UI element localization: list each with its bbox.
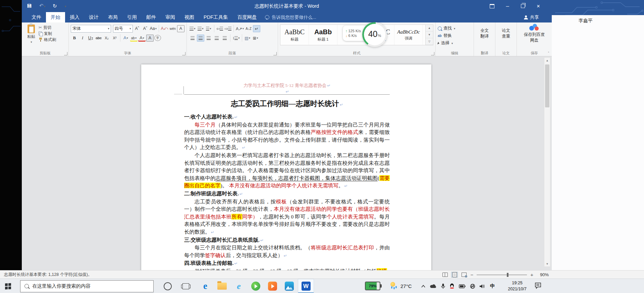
show-hide-marks-button[interactable]: ↵	[253, 25, 260, 32]
taskbar-clock[interactable]: 19:25 2021/10/7	[502, 280, 532, 292]
microphone-icon[interactable]	[441, 284, 445, 289]
bullets-button[interactable]: ▾	[189, 25, 196, 32]
taskbar-qq-video[interactable]	[264, 279, 280, 293]
find-button[interactable]: 查找▾	[438, 25, 472, 32]
cortana-icon[interactable]	[164, 282, 172, 290]
memory-ring-overlay[interactable]: 40 %	[362, 22, 387, 47]
paste-button[interactable]: 粘贴 ▾	[24, 24, 39, 44]
word-count-status[interactable]: 志愿时长统计基本要求: 1,128 个字符(近似值)。	[0, 272, 92, 278]
undo-icon[interactable]: ↶▾	[39, 0, 45, 12]
volume-icon[interactable]	[480, 284, 486, 289]
font-size-combo[interactable]: 四号▾	[113, 25, 133, 33]
close-icon[interactable]: ✕	[531, 0, 546, 12]
taskbar-edge[interactable]: e	[197, 279, 213, 293]
cloud-icon[interactable]	[430, 284, 437, 288]
chevron-up-icon[interactable]	[421, 285, 426, 288]
gallery-more-icon[interactable]: ▽	[426, 38, 433, 45]
zoom-out-icon[interactable]: −	[470, 272, 473, 278]
document-body[interactable]: 一.收个人志愿时长表.↵每三个月（具体时间会在大群里提前通知）要求班里每一位同学…	[184, 113, 390, 273]
redo-icon[interactable]: ↻	[53, 0, 57, 12]
taskbar-file-explorer[interactable]	[214, 279, 230, 293]
numbering-button[interactable]: ▾	[197, 25, 204, 32]
copy-button[interactable]: 复制	[39, 31, 56, 37]
collapse-ribbon-icon[interactable]: ˆ	[548, 52, 549, 55]
tab-引用[interactable]: 引用	[122, 12, 142, 22]
tab-审阅[interactable]: 审阅	[161, 12, 180, 22]
battery-icon[interactable]	[459, 284, 466, 288]
text-effects-button[interactable]: A▾	[122, 35, 129, 42]
tab-设计[interactable]: 设计	[84, 12, 103, 22]
network-globe-icon[interactable]	[470, 284, 475, 289]
style-强调[interactable]: AaBbCcDc强调	[394, 25, 423, 45]
phonetic-guide-button[interactable]: wén	[169, 25, 176, 32]
dialog-launcher-icon[interactable]	[182, 52, 185, 55]
print-layout-icon[interactable]	[451, 272, 458, 277]
page[interactable]: 力学与土木工程学院 5·12 青年志愿者协会↵ ↵ 志工委员工作明细—志愿时长统…	[141, 64, 431, 273]
taskbar-ie[interactable]: e	[231, 279, 247, 293]
clear-formatting-button[interactable]: A⤺	[161, 25, 168, 32]
read-mode-icon[interactable]	[442, 272, 448, 277]
replace-button[interactable]: ab替换	[438, 32, 472, 39]
zoom-slider-thumb[interactable]	[507, 273, 508, 277]
scrollbar-thumb[interactable]	[545, 64, 549, 107]
restore-icon[interactable]	[515, 0, 531, 12]
shrink-font-button[interactable]: Aˇ	[142, 25, 149, 32]
customize-quick-access-icon[interactable]: ▾	[64, 0, 66, 12]
cut-button[interactable]: ✂剪切	[39, 25, 56, 31]
web-layout-icon[interactable]	[461, 272, 467, 277]
dialog-launcher-icon[interactable]	[64, 52, 67, 55]
increase-indent-button[interactable]: ⇨	[224, 25, 231, 32]
gallery-up-icon[interactable]: ▲	[426, 25, 433, 32]
tab-PDF工具集[interactable]: PDF工具集	[199, 12, 233, 22]
tab-文件[interactable]: 文件	[27, 12, 46, 22]
sort-button[interactable]: A↓Z	[245, 25, 252, 32]
taskbar-word[interactable]: W	[298, 279, 314, 293]
save-to-netdisk-button[interactable]: 保存到百度网盘	[519, 24, 550, 43]
align-right-button[interactable]	[205, 35, 212, 42]
highlight-color-button[interactable]: ab▾	[130, 35, 138, 42]
taskbar-gallery[interactable]	[281, 279, 297, 293]
underline-button[interactable]: U▾	[87, 35, 94, 42]
italic-button[interactable]: I	[79, 35, 86, 42]
tab-插入[interactable]: 插入	[65, 12, 84, 22]
scroll-down-icon[interactable]: ▼	[544, 261, 550, 266]
ime-indicator[interactable]: 中	[490, 283, 495, 289]
justify-button[interactable]	[213, 35, 220, 42]
select-button[interactable]: 选择▾	[438, 40, 472, 47]
weather-widget[interactable]: 27°C	[390, 281, 412, 291]
tab-开始[interactable]: 开始	[46, 12, 65, 22]
task-view-icon[interactable]	[182, 283, 189, 289]
notification-center-icon[interactable]	[535, 282, 542, 289]
paper-check-button[interactable]: 论文查重	[497, 24, 515, 43]
zoom-slider[interactable]	[477, 275, 527, 275]
character-border-button[interactable]: A	[177, 25, 184, 32]
tab-百度网盘[interactable]: 百度网盘	[233, 12, 262, 22]
zoom-level[interactable]: 90%	[537, 272, 549, 277]
taskbar-search-input[interactable]: 在这里输入你要搜索的内容	[20, 280, 154, 292]
align-left-button[interactable]	[189, 35, 196, 42]
shading-button[interactable]: ▧▾	[244, 35, 251, 42]
dialog-launcher-icon[interactable]	[273, 52, 277, 55]
superscript-button[interactable]: X²	[111, 35, 118, 42]
qq-icon[interactable]	[449, 283, 454, 289]
asian-layout-button[interactable]: A↗▾	[235, 25, 244, 32]
enclose-characters-button[interactable]: 字	[154, 35, 161, 41]
save-icon[interactable]: 💾︎	[27, 0, 32, 12]
start-button[interactable]	[0, 279, 16, 293]
bold-button[interactable]: B	[71, 35, 78, 42]
multilevel-list-button[interactable]: ▾	[205, 25, 212, 32]
font-color-button[interactable]: A▾	[138, 35, 146, 42]
subscript-button[interactable]: X₂	[103, 35, 110, 42]
character-shading-button[interactable]: A	[146, 35, 154, 42]
vertical-scrollbar[interactable]: ▲ ▼	[544, 57, 550, 267]
distribute-button[interactable]	[221, 35, 228, 42]
scroll-up-icon[interactable]: ▲	[544, 58, 550, 63]
dialog-launcher-icon[interactable]	[431, 52, 434, 55]
style-标题 1[interactable]: AaBb标题 1	[309, 25, 337, 45]
ribbon-display-options-icon[interactable]	[484, 0, 500, 12]
tab-邮件[interactable]: 邮件	[142, 12, 161, 22]
minimize-icon[interactable]: ─	[500, 0, 515, 12]
borders-button[interactable]: ⊞▾	[252, 35, 259, 42]
format-painter-button[interactable]: 格式刷	[39, 37, 56, 43]
strikethrough-button[interactable]: abc	[95, 35, 102, 42]
